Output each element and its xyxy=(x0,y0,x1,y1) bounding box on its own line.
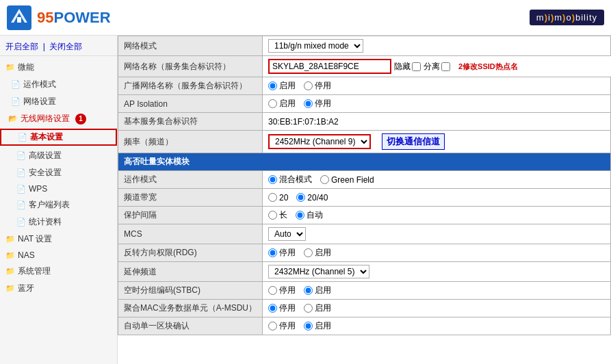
stbc-value: 停用 启用 xyxy=(263,282,611,300)
op-mode-mixed-radio[interactable] xyxy=(268,175,277,184)
ap-isolation-value: 启用 停用 xyxy=(263,95,611,113)
sidebar-item-gaoji[interactable]: 📄 高级设置 xyxy=(0,147,117,164)
section2-header: 高否吐量实体模块 xyxy=(118,153,611,171)
stbc-disable-radio[interactable] xyxy=(268,286,277,295)
mcs-label: MCS xyxy=(118,224,263,244)
sidebar-item-yunzuo[interactable]: 📄 运作模式 xyxy=(0,76,117,93)
guard-label: 保护间隔 xyxy=(118,207,263,224)
content-area: 网络模式 11b/g/n mixed mode 网络名称（服务集合标识符） 隐藏 xyxy=(118,36,611,364)
sidebar-item-lantia[interactable]: 📁 蓝牙 xyxy=(0,280,117,297)
sidebar-item-jiben[interactable]: 📄 基本设置 xyxy=(0,127,117,147)
op-mode-green-radio[interactable] xyxy=(320,175,329,184)
sidebar-item-anquan[interactable]: 📄 安全设置 xyxy=(0,164,117,181)
sidebar-item-tongji[interactable]: 📄 统计资料 xyxy=(0,213,117,231)
autoba-disable-radio[interactable] xyxy=(268,322,277,330)
row-freq: 频率（频道） 2452MHz (Channel 9) 切换通信信道 xyxy=(118,131,611,153)
row-broadcast: 广播网络名称（服务集合标识符） 启用 停用 xyxy=(118,77,611,95)
broadcast-disable-radio[interactable] xyxy=(304,81,313,90)
ssid-input[interactable] xyxy=(268,59,391,74)
ssid-value-cell: 隐藏 分离 2修改SSID热点名 xyxy=(263,56,611,77)
sidebar-item-wuxian[interactable]: 📂 无线网络设置 1 xyxy=(0,110,117,127)
row-ssid: 网络名称（服务集合标识符） 隐藏 分离 2修改SSID热点名 xyxy=(118,56,611,77)
ext-channel-select[interactable]: 2432MHz (Channel 5) xyxy=(268,265,369,278)
row-autoba: 自动单一区块确认 停用 启用 xyxy=(118,317,611,335)
row-bssid: 基本服务集合标识符 30:EB:1F:07:1B:A2 xyxy=(118,113,611,131)
freq-select[interactable]: 2452MHz (Channel 9) xyxy=(268,134,371,149)
hidden-checkbox[interactable] xyxy=(412,62,421,71)
rdg-label: 反转方向权限(RDG) xyxy=(118,244,263,262)
logo-icon xyxy=(7,5,31,30)
row-mcs: MCS Auto xyxy=(118,224,611,244)
rdg-value: 停用 启用 xyxy=(263,244,611,262)
broadcast-label: 广播网络名称（服务集合标识符） xyxy=(118,77,263,95)
sidebar-item-nat[interactable]: 📁 NAT 设置 xyxy=(0,231,117,248)
rdg-enable-radio[interactable] xyxy=(304,248,313,257)
freq-label: 频率（频道） xyxy=(118,131,263,153)
row-bandwidth: 频道带宽 20 20/40 xyxy=(118,189,611,207)
autoba-label: 自动单一区块确认 xyxy=(118,317,263,335)
ssid-label: 网络名称（服务集合标识符） xyxy=(118,56,263,77)
guard-value: 长 自动 xyxy=(263,207,611,224)
amsdu-disable-radio[interactable] xyxy=(268,304,277,313)
op-mode-value: 混合模式 Green Field xyxy=(263,171,611,189)
sidebar: 开启全部 | 关闭全部 📁 微能 📄 运作模式 📄 网络设置 � xyxy=(0,36,118,364)
broadcast-value: 启用 停用 xyxy=(263,77,611,95)
ap-isolation-enable-radio[interactable] xyxy=(268,99,277,108)
row-guard: 保护间隔 长 自动 xyxy=(118,207,611,224)
mcs-select[interactable]: Auto xyxy=(268,227,306,241)
row-rdg: 反转方向权限(RDG) 停用 启用 xyxy=(118,244,611,262)
amsdu-enable-radio[interactable] xyxy=(304,304,313,313)
sidebar-item-wps[interactable]: 📄 WPS xyxy=(0,181,117,196)
guard-auto-radio[interactable] xyxy=(296,211,304,220)
guard-long-radio[interactable] xyxy=(268,211,277,220)
expand-all-link[interactable]: 开启全部 xyxy=(5,42,38,51)
sidebar-item-kehu[interactable]: 📄 客户端列表 xyxy=(0,196,117,213)
sidebar-top-links: 开启全部 | 关闭全部 xyxy=(0,38,117,56)
row-op-mode: 运作模式 混合模式 Green Field xyxy=(118,171,611,189)
network-mode-value: 11b/g/n mixed mode xyxy=(263,36,611,56)
autoba-value: 停用 启用 xyxy=(263,317,611,335)
svg-rect-2 xyxy=(17,17,21,23)
row-stbc: 空时分组编码(STBC) 停用 启用 xyxy=(118,282,611,300)
header: 95POWER m)i)m)o)bility xyxy=(0,0,611,36)
ext-channel-value: 2432MHz (Channel 5) xyxy=(263,262,611,282)
network-mode-label: 网络模式 xyxy=(118,36,263,56)
sidebar-item-nas[interactable]: 📁 NAS xyxy=(0,248,117,263)
ext-channel-label: 延伸频道 xyxy=(118,262,263,282)
row-ext-channel: 延伸频道 2432MHz (Channel 5) xyxy=(118,262,611,282)
broadcast-enable-radio[interactable] xyxy=(268,81,277,90)
autoba-enable-radio[interactable] xyxy=(304,322,313,330)
row-amsdu: 聚合MAC业务数据单元（A-MSDU） 停用 启用 xyxy=(118,300,611,317)
bw-2040-radio[interactable] xyxy=(296,193,305,202)
sidebar-item-weixiao[interactable]: 📁 微能 xyxy=(0,59,117,76)
ap-isolation-disable-radio[interactable] xyxy=(304,99,313,108)
amsdu-value: 停用 启用 xyxy=(263,300,611,317)
bandwidth-value: 20 20/40 xyxy=(263,189,611,207)
logo-text: 95POWER xyxy=(37,9,111,27)
stbc-enable-radio[interactable] xyxy=(304,286,313,295)
bw-20-radio[interactable] xyxy=(268,193,277,202)
ap-isolation-label: AP Isolation xyxy=(118,95,263,113)
freq-annotation: 切换通信信道 xyxy=(382,133,445,150)
row-ap-isolation: AP Isolation 启用 停用 xyxy=(118,95,611,113)
bandwidth-label: 频道带宽 xyxy=(118,189,263,207)
ssid-annotation: 2修改SSID热点名 xyxy=(458,62,518,72)
separate-checkbox[interactable] xyxy=(441,62,450,71)
row-section2-header: 高否吐量实体模块 xyxy=(118,153,611,171)
rdg-disable-radio[interactable] xyxy=(268,248,277,257)
bssid-value: 30:EB:1F:07:1B:A2 xyxy=(263,113,611,131)
main-layout: 开启全部 | 关闭全部 📁 微能 📄 运作模式 📄 网络设置 � xyxy=(0,36,611,364)
op-mode-label: 运作模式 xyxy=(118,171,263,189)
wuxian-badge: 1 xyxy=(75,114,86,125)
freq-value-cell: 2452MHz (Channel 9) 切换通信信道 xyxy=(263,131,611,153)
collapse-all-link[interactable]: 关闭全部 xyxy=(49,42,82,51)
mcs-value: Auto xyxy=(263,224,611,244)
stbc-label: 空时分组编码(STBC) xyxy=(118,282,263,300)
logo: 95POWER xyxy=(7,5,111,30)
sidebar-item-xitong[interactable]: 📁 系统管理 xyxy=(0,263,117,280)
sidebar-item-wanglu[interactable]: 📄 网络设置 xyxy=(0,93,117,110)
network-mode-select[interactable]: 11b/g/n mixed mode xyxy=(268,39,363,53)
row-network-mode: 网络模式 11b/g/n mixed mode xyxy=(118,36,611,56)
bssid-label: 基本服务集合标识符 xyxy=(118,113,263,131)
mimobility-badge: m)i)m)o)bility xyxy=(530,10,604,25)
